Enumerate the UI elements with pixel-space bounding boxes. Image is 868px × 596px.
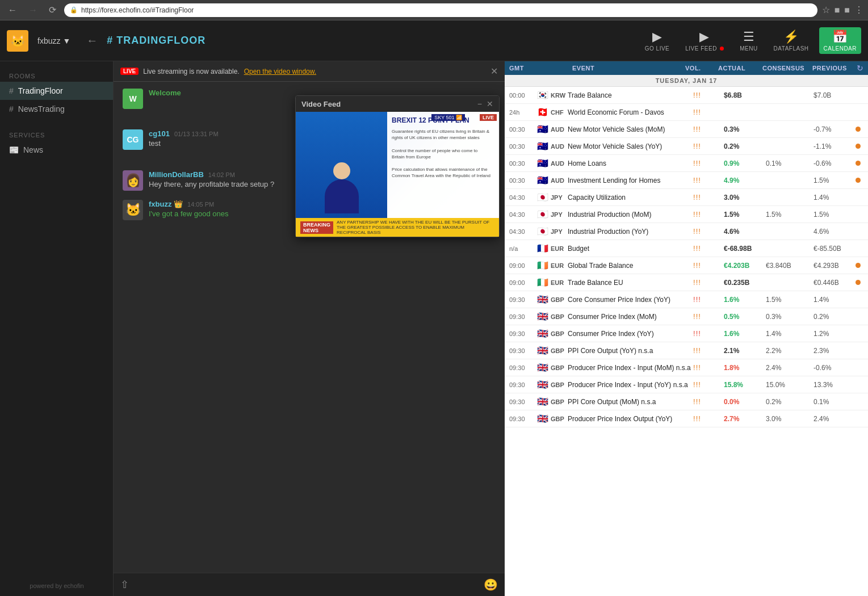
back-button[interactable]: ← <box>86 34 98 47</box>
cal-event-name: Consumer Price Index (YoY) <box>568 330 691 338</box>
modal-close-btn[interactable]: ✕ <box>487 99 493 108</box>
cal-event-name: New Motor Vehicle Sales (YoY) <box>568 142 691 150</box>
cal-volatility: !!! <box>693 414 722 423</box>
col-previous-header: Previous <box>812 65 852 72</box>
dataflash-btn[interactable]: ⚡ DATAFLASH <box>768 27 815 54</box>
notification-close-btn[interactable]: ✕ <box>490 66 498 77</box>
cal-event-name: Home Loans <box>568 160 691 167</box>
cal-time: 00:00 <box>509 92 535 99</box>
cal-volatility: !!! <box>693 108 722 116</box>
cal-time: 00:30 <box>509 160 535 167</box>
cal-actual: 4.9% <box>724 177 764 184</box>
video-text-lines: Guarantee rights of EU citizens living i… <box>392 128 494 179</box>
go-live-btn[interactable]: ▶ GO LIVE <box>639 27 676 54</box>
cal-consensus: 15.0% <box>766 381 811 389</box>
chevron-down-icon: ▼ <box>62 36 70 45</box>
go-live-icon: ▶ <box>652 30 662 44</box>
live-feed-btn[interactable]: ▶ LIVE FEED <box>680 27 729 54</box>
cal-actual: €4.203B <box>724 262 764 270</box>
calendar-btn[interactable]: 📅 CALENDAR <box>819 27 861 54</box>
flag-emoji: 🇦🇺 <box>537 141 548 152</box>
cal-actual: 1.5% <box>724 211 764 219</box>
user-avatar: 🐱 <box>7 30 28 52</box>
video-content: SKY NEWS SKY 501 📶 LIVE <box>296 112 499 237</box>
sidebar-item-trading-floor[interactable]: # TradingFloor <box>0 82 113 100</box>
message-username: MillionDollarBB <box>149 170 204 179</box>
col-actual-header: Actual <box>718 65 758 72</box>
cal-volatility: !!! <box>693 159 722 167</box>
rss-icon: 📰 <box>9 145 19 154</box>
emoji-button[interactable]: 😀 <box>484 578 498 591</box>
message-username: fxbuzz 👑 <box>149 200 183 208</box>
cal-flag: 🇬🇧 GBP <box>537 396 565 407</box>
cal-currency: EUR <box>551 279 564 286</box>
cal-currency: AUD <box>551 126 564 133</box>
cal-previous: 1.4% <box>814 296 853 304</box>
presenter-silhouette <box>325 162 359 213</box>
cal-consensus: 2.4% <box>766 364 811 372</box>
cal-currency: GBP <box>551 364 564 371</box>
flag-emoji: 🇦🇺 <box>537 158 548 169</box>
cal-consensus: 1.5% <box>766 296 811 304</box>
back-nav-btn[interactable]: ← <box>5 4 20 16</box>
cal-time: 09:00 <box>509 262 535 269</box>
cal-event-name: Core Consumer Price Index (YoY) <box>568 296 691 304</box>
cal-flag: 🇬🇧 GBP <box>537 311 565 322</box>
cal-previous: -0.6% <box>814 364 853 372</box>
cal-time: 09:30 <box>509 313 535 320</box>
col-vol-header: Vol. <box>685 65 714 72</box>
cal-flag: 🇯🇵 JPY <box>537 226 565 237</box>
event-dot <box>856 280 861 285</box>
cal-consensus: 2.2% <box>766 347 811 355</box>
table-row: 09:30 🇬🇧 GBP Consumer Price Index (YoY) … <box>505 325 868 342</box>
cal-flag: 🇦🇺 AUD <box>537 158 565 169</box>
cal-previous: -1.1% <box>814 142 853 150</box>
cal-previous: 1.5% <box>814 177 853 184</box>
cal-previous: €4.293B <box>814 262 853 270</box>
cal-previous: €-85.50B <box>814 245 853 253</box>
address-bar[interactable]: 🔒 https://forex.echofin.co/#TradingFloor <box>64 3 817 17</box>
event-dot <box>856 178 861 183</box>
cal-actual: 4.6% <box>724 228 764 236</box>
upload-icon[interactable]: ⇧ <box>120 578 129 591</box>
refresh-btn[interactable]: ↻ <box>857 64 863 73</box>
sidebar-item-news[interactable]: 📰 News <box>0 141 113 159</box>
cal-time: 04:30 <box>509 211 535 218</box>
sidebar-services: SERVICES 📰 News <box>0 127 113 159</box>
table-row: 09:30 🇬🇧 GBP Producer Price Index Output… <box>505 410 868 427</box>
cal-actual: 2.1% <box>724 347 764 355</box>
cal-consensus: 1.4% <box>766 330 811 338</box>
table-row: 09:30 🇬🇧 GBP PPI Core Output (MoM) n.s.a… <box>505 393 868 410</box>
bookmark-icon[interactable]: ☆ <box>822 5 830 15</box>
table-row: 00:30 🇦🇺 AUD New Motor Vehicle Sales (Mo… <box>505 121 868 138</box>
flag-emoji: 🇮🇪 <box>537 277 548 288</box>
cal-time: 09:30 <box>509 381 535 388</box>
cal-dot <box>856 142 863 150</box>
sidebar-item-news-trading[interactable]: # NewsTrading <box>0 100 113 118</box>
live-feed-label: LIVE FEED <box>685 45 724 52</box>
more-options-icon[interactable]: ⋮ <box>854 5 863 15</box>
user-name-btn[interactable]: fxbuzz ▼ <box>37 36 70 45</box>
reload-btn[interactable]: ⟳ <box>45 3 60 16</box>
cal-actual: 2.7% <box>724 415 764 423</box>
cal-time: 04:30 <box>509 228 535 235</box>
modal-minimize-btn[interactable]: − <box>477 99 482 108</box>
notification-message: Live streaming is now available. <box>143 68 239 75</box>
table-row: 00:30 🇦🇺 AUD Home Loans !!! 0.9% 0.1% -0… <box>505 155 868 172</box>
room-trading-floor-label: TradingFloor <box>18 86 63 95</box>
menu-btn[interactable]: ☰ MENU <box>734 27 763 54</box>
cal-currency: EUR <box>551 245 564 252</box>
notification-bar: LIVE Live streaming is now available. Op… <box>114 61 505 82</box>
forward-nav-btn[interactable]: → <box>25 4 41 16</box>
open-video-link[interactable]: Open the video window. <box>244 68 316 75</box>
avatar: CG <box>123 129 143 150</box>
cal-volatility: !!! <box>693 244 722 253</box>
cal-flag: 🇮🇪 EUR <box>537 277 565 288</box>
cal-previous: $7.0B <box>814 91 853 99</box>
cal-event-name: World Economic Forum - Davos <box>568 108 691 116</box>
cal-actual: 3.0% <box>724 194 764 202</box>
cal-volatility: !!! <box>693 176 722 184</box>
table-row: 04:30 🇯🇵 JPY Industrial Production (MoM)… <box>505 206 868 223</box>
chat-input[interactable] <box>133 581 479 589</box>
live-indicator <box>720 47 724 51</box>
